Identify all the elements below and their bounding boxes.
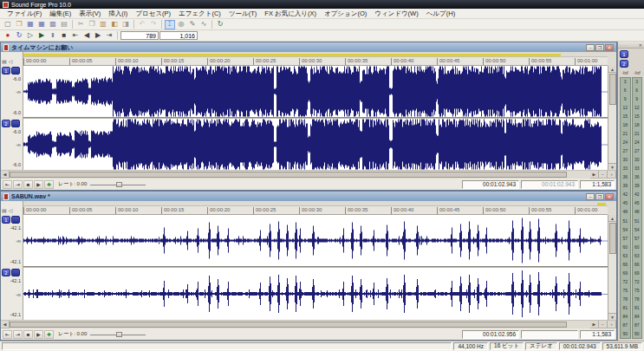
new-file-icon[interactable]: ▢ bbox=[3, 20, 13, 29]
transport-counter-field-2[interactable] bbox=[159, 31, 198, 40]
pencil-tool-icon[interactable]: ✎ bbox=[187, 20, 198, 29]
selection-length-field[interactable] bbox=[521, 330, 578, 339]
speaker-icon[interactable]: ◁ bbox=[8, 207, 14, 215]
go-to-end-icon[interactable]: ⇥ bbox=[104, 31, 114, 41]
menu-fx-favorites[interactable]: FX お気に入り(X) bbox=[261, 9, 320, 19]
undo-icon[interactable]: ↶ bbox=[137, 20, 147, 29]
channel-1-aux-button[interactable] bbox=[11, 67, 20, 75]
play-icon[interactable]: ▶ bbox=[34, 330, 43, 339]
channel-2-button[interactable]: 2 bbox=[2, 120, 10, 127]
envelope-tool-icon[interactable]: ∿ bbox=[198, 20, 209, 29]
restore-button[interactable]: ❐ bbox=[595, 193, 604, 200]
scroll-up-icon[interactable]: ▲ bbox=[608, 66, 617, 73]
cut-icon[interactable]: ✂ bbox=[75, 20, 86, 29]
hscroll-thumb[interactable] bbox=[10, 322, 567, 328]
open-icon[interactable]: ❒ bbox=[14, 20, 24, 29]
channel-1-aux-button[interactable] bbox=[11, 216, 20, 224]
menu-window[interactable]: ウィンドウ(W) bbox=[371, 9, 421, 19]
insert-marker-icon[interactable]: ✚ bbox=[44, 180, 54, 189]
scroll-down-icon[interactable]: ▼ bbox=[608, 163, 617, 170]
zoom-ratio-field[interactable]: 1:1,583 bbox=[580, 330, 615, 339]
menu-options[interactable]: オプション(O) bbox=[321, 9, 370, 19]
loop-playback-icon[interactable]: ↻ bbox=[14, 31, 24, 41]
menu-help[interactable]: ヘルプ(H) bbox=[423, 9, 459, 19]
speaker-icon[interactable]: ◁ bbox=[8, 58, 14, 66]
hscroll-thumb[interactable] bbox=[10, 172, 567, 178]
pause-icon[interactable]: ‖ bbox=[48, 31, 58, 41]
vscroll-thumb[interactable] bbox=[609, 74, 616, 105]
time-ruler[interactable]: 00:00:0000:00:0500:00:1000:00:1500:00:20… bbox=[23, 206, 608, 215]
close-button[interactable]: ✕ bbox=[605, 193, 614, 200]
go-to-end-icon[interactable]: ⇥ bbox=[13, 180, 23, 189]
waveform-channel-1[interactable] bbox=[23, 66, 608, 117]
doc-title-bar-2[interactable]: SABUN.wav * － ❐ ✕ bbox=[1, 192, 616, 201]
drag-grip-icon[interactable]: ∙∙∙∙ bbox=[620, 42, 628, 48]
minimize-button[interactable]: － bbox=[586, 193, 595, 200]
menu-insert[interactable]: 挿入(I) bbox=[105, 9, 131, 19]
scroll-up-icon[interactable]: ▲ bbox=[608, 215, 617, 222]
stop-icon[interactable]: ■ bbox=[23, 330, 33, 339]
save-icon[interactable]: ▦ bbox=[25, 20, 36, 29]
close-icon[interactable]: ✕ bbox=[639, 42, 642, 48]
meters-panel-header[interactable]: ∙∙∙∙ ✕ bbox=[618, 42, 644, 49]
play-icon[interactable]: ▶ bbox=[36, 31, 47, 41]
print-icon[interactable]: ▤ bbox=[59, 20, 69, 29]
paste-icon[interactable]: ▥ bbox=[98, 20, 108, 29]
go-to-start-icon[interactable]: ⇤ bbox=[3, 180, 12, 189]
rate-slider-thumb[interactable] bbox=[116, 332, 122, 337]
rewind-icon[interactable]: ◀ bbox=[81, 31, 92, 41]
mix-icon[interactable]: ◧ bbox=[109, 20, 120, 29]
waveform-channel-2[interactable] bbox=[23, 268, 608, 320]
restore-button[interactable]: ❐ bbox=[595, 44, 604, 51]
channel-1-button[interactable]: 1 bbox=[2, 67, 10, 75]
meter-channel-1-button[interactable]: 1 bbox=[620, 50, 628, 58]
go-to-start-icon[interactable]: ⇤ bbox=[3, 330, 12, 339]
horizontal-scrollbar[interactable] bbox=[10, 321, 590, 328]
stop-icon[interactable]: ■ bbox=[23, 180, 33, 189]
menu-process[interactable]: プロセス(P) bbox=[132, 9, 174, 19]
channel-2-aux-button[interactable] bbox=[11, 120, 20, 127]
save-as-icon[interactable]: ▦ bbox=[36, 20, 47, 29]
trim-icon[interactable]: ◨ bbox=[120, 20, 131, 29]
go-to-end-icon[interactable]: ⇥ bbox=[13, 330, 23, 339]
time-ruler[interactable]: 00:00:0000:00:0500:00:1000:00:1500:00:20… bbox=[23, 57, 608, 66]
redo-icon[interactable]: ↷ bbox=[148, 20, 159, 29]
rate-slider[interactable] bbox=[90, 331, 146, 338]
rate-slider-thumb[interactable] bbox=[116, 182, 122, 187]
doc-title-bar-1[interactable]: タイムマシンにお願い － ❐ ✕ bbox=[1, 42, 616, 52]
insert-marker-icon[interactable]: ✚ bbox=[44, 330, 54, 339]
vscroll-thumb[interactable] bbox=[609, 223, 616, 254]
close-button[interactable]: ✕ bbox=[605, 44, 614, 51]
edit-tool-icon[interactable]: ⌶ bbox=[165, 20, 175, 29]
vertical-scrollbar[interactable]: ▲ ▼ bbox=[608, 66, 616, 170]
channel-2-aux-button[interactable] bbox=[11, 269, 20, 276]
rate-slider[interactable] bbox=[90, 181, 146, 188]
refresh-icon[interactable]: ↻ bbox=[215, 20, 225, 29]
transport-counter-field-1[interactable] bbox=[120, 31, 159, 40]
fast-forward-icon[interactable]: ▶ bbox=[93, 31, 103, 41]
channel-1-button[interactable]: 1 bbox=[2, 216, 10, 224]
meter-channel-2-button[interactable]: 2 bbox=[620, 60, 628, 68]
go-to-start-icon[interactable]: ⇤ bbox=[70, 31, 81, 41]
render-as-icon[interactable]: ▩ bbox=[48, 20, 58, 29]
minimize-button[interactable]: － bbox=[586, 44, 595, 51]
play-icon[interactable]: ▶ bbox=[34, 180, 43, 189]
selection-length-field[interactable]: 00:01:02.943 bbox=[521, 180, 578, 189]
copy-icon[interactable]: ❐ bbox=[87, 20, 97, 29]
horizontal-scrollbar[interactable] bbox=[10, 171, 590, 179]
waveform-area[interactable] bbox=[23, 215, 608, 320]
waveform-channel-1[interactable] bbox=[23, 215, 608, 266]
waveform-area[interactable] bbox=[23, 66, 608, 170]
play-all-icon[interactable]: ▷ bbox=[25, 31, 36, 41]
menu-view[interactable]: 表示(V) bbox=[75, 9, 104, 19]
cursor-position-field[interactable]: 00:01:02.956 bbox=[462, 330, 519, 339]
scroll-down-icon[interactable]: ▼ bbox=[608, 313, 617, 320]
list-icon[interactable]: ▤ bbox=[1, 207, 8, 215]
vertical-scrollbar[interactable]: ▲ ▼ bbox=[608, 215, 616, 320]
menu-effects[interactable]: エフェクト(C) bbox=[175, 9, 224, 19]
menu-file[interactable]: ファイル(F) bbox=[3, 9, 45, 19]
menu-tools[interactable]: ツール(T) bbox=[225, 9, 260, 19]
magnify-tool-icon[interactable]: ◎ bbox=[176, 20, 186, 29]
record-icon[interactable]: ● bbox=[3, 31, 13, 41]
zoom-ratio-field[interactable]: 1:1,583 bbox=[580, 180, 615, 189]
